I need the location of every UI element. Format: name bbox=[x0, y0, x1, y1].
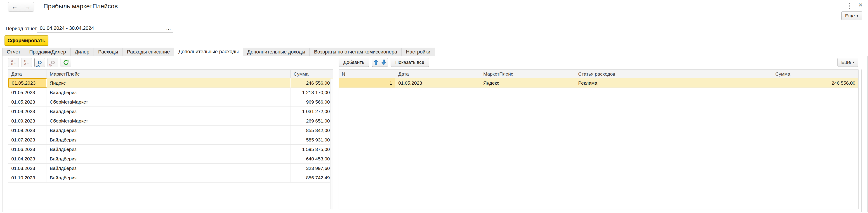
tab-expenses[interactable]: Расходы bbox=[94, 47, 123, 56]
cell-date[interactable]: 01.05.2023 bbox=[8, 97, 47, 106]
sort-ascending-button[interactable]: АЯ ↓ bbox=[8, 58, 19, 67]
more-label: Еще bbox=[841, 60, 851, 65]
move-up-button[interactable] bbox=[372, 58, 380, 67]
report-period-field[interactable]: ... bbox=[37, 24, 174, 33]
table-row[interactable]: 01.03.2023 Вайлдбериз 323 997,60 bbox=[8, 164, 333, 173]
col-header-date[interactable]: Дата bbox=[395, 70, 480, 78]
cell-date[interactable]: 01.07.2023 bbox=[8, 135, 47, 144]
tab-additional-expenses[interactable]: Дополнительные расходы bbox=[174, 47, 243, 56]
cell-marketplace[interactable]: СберМегаМаркет bbox=[47, 97, 291, 106]
cell-marketplace[interactable]: Яндекс bbox=[480, 78, 575, 87]
table-row[interactable]: 01.06.2023 Вайлдбериз 1 595 875,00 bbox=[8, 145, 333, 154]
move-down-button[interactable] bbox=[380, 58, 388, 67]
table-row[interactable]: 01.04.2023 Вайлдбериз 640 453,00 bbox=[8, 154, 333, 164]
table-row[interactable]: 01.05.2023 Яндекс 246 556,00 bbox=[8, 78, 333, 88]
period-input[interactable] bbox=[37, 25, 164, 31]
cell-sum[interactable]: 969 566,00 bbox=[291, 97, 333, 106]
col-header-date[interactable]: Дата bbox=[8, 70, 47, 78]
back-button[interactable]: ← bbox=[8, 2, 21, 11]
tab-additional-income[interactable]: Дополнительные доходы bbox=[243, 47, 310, 56]
add-button[interactable]: Добавить bbox=[339, 58, 369, 67]
col-header-marketplace[interactable]: МаркетПлейс bbox=[480, 70, 575, 78]
cell-marketplace[interactable]: Вайлдбериз bbox=[47, 164, 291, 173]
window-more-button[interactable]: Еще ▾ bbox=[841, 11, 862, 20]
col-header-sum[interactable]: Сумма bbox=[291, 70, 333, 78]
generate-button[interactable]: Сформировать bbox=[4, 35, 49, 46]
cell-date[interactable]: 01.05.2023 bbox=[8, 88, 47, 97]
vertical-scrollbar[interactable] bbox=[862, 70, 867, 212]
tab-commission-returns[interactable]: Возвраты по отчетам комиссионера bbox=[309, 47, 402, 56]
tab-sales-dealer[interactable]: Продажи/Дилер bbox=[25, 47, 70, 56]
cell-marketplace[interactable]: Вайлдбериз bbox=[47, 126, 291, 135]
table-row[interactable]: 01.08.2023 Вайлдбериз 855 842,00 bbox=[8, 126, 333, 135]
cell-sum[interactable]: 640 453,00 bbox=[291, 154, 333, 163]
col-header-marketplace[interactable]: МаркетПлейс bbox=[47, 70, 291, 78]
cell-date[interactable]: 01.09.2023 bbox=[8, 116, 47, 126]
history-nav: ← → bbox=[8, 2, 34, 12]
cancel-search-button[interactable]: × bbox=[48, 58, 58, 67]
cell-marketplace[interactable]: Вайлдбериз bbox=[47, 88, 291, 97]
panel-splitter[interactable] bbox=[336, 57, 336, 212]
close-icon[interactable]: × bbox=[857, 1, 864, 8]
tab-report[interactable]: Отчет bbox=[2, 47, 25, 56]
cell-sum[interactable]: 246 556,00 bbox=[772, 78, 858, 87]
table-row[interactable]: 01.07.2023 Вайлдбериз 585 931,00 bbox=[8, 135, 333, 145]
cell-date[interactable]: 01.08.2023 bbox=[8, 126, 47, 135]
period-picker-icon[interactable]: ... bbox=[164, 25, 173, 31]
col-header-sum[interactable]: Сумма bbox=[772, 70, 858, 78]
search-button[interactable]: ... bbox=[34, 58, 45, 67]
kebab-menu-icon[interactable] bbox=[847, 2, 852, 9]
tabstrip-filler bbox=[435, 47, 868, 56]
cell-marketplace[interactable]: Вайлдбериз bbox=[47, 173, 291, 182]
cell-expense-item[interactable]: Реклама bbox=[575, 78, 772, 87]
table-row[interactable]: 01.09.2023 Вайлдбериз 1 031 272,00 bbox=[8, 107, 333, 116]
page-title: Прибыль маркетПлейсов bbox=[43, 3, 118, 10]
table-row[interactable]: 01.10.2023 Вайлдбериз 856 742,49 bbox=[8, 173, 333, 182]
arrow-up-icon bbox=[374, 60, 378, 65]
cell-marketplace[interactable]: Вайлдбериз bbox=[47, 154, 291, 163]
table-row[interactable]: 01.05.2023 СберМегаМаркет 969 566,00 bbox=[8, 97, 333, 107]
tab-expenses-writeoff[interactable]: Расходы списание bbox=[123, 47, 175, 56]
table-row[interactable]: 01.05.2023 Вайлдбериз 1 218 170,00 bbox=[8, 88, 333, 97]
cell-marketplace[interactable]: Вайлдбериз bbox=[47, 135, 291, 144]
cell-date[interactable]: 01.06.2023 bbox=[8, 145, 47, 154]
cell-marketplace[interactable]: СберМегаМаркет bbox=[47, 116, 291, 126]
expense-items-toolbar: Добавить Показать все bbox=[339, 58, 429, 67]
cell-marketplace[interactable]: Яндекс bbox=[47, 78, 291, 87]
right-table-header: N Дата МаркетПлейс Статья расходов Сумма bbox=[339, 70, 858, 78]
marketplace-expenses-table: Дата МаркетПлейс Сумма 01.05.2023 Яндекс… bbox=[8, 70, 333, 209]
cell-marketplace[interactable]: Вайлдбериз bbox=[47, 107, 291, 116]
refresh-button[interactable] bbox=[61, 58, 71, 67]
left-table-header: Дата МаркетПлейс Сумма bbox=[8, 70, 333, 78]
sort-descending-button[interactable]: ЯА ↓ bbox=[21, 58, 32, 67]
cell-sum[interactable]: 855 842,00 bbox=[291, 126, 333, 135]
col-header-n[interactable]: N bbox=[339, 70, 395, 78]
cell-date[interactable]: 01.04.2023 bbox=[8, 154, 47, 163]
cell-sum[interactable]: 585 931,00 bbox=[291, 135, 333, 144]
table-more-button[interactable]: Еще ▾ bbox=[837, 58, 858, 67]
cell-date[interactable]: 01.10.2023 bbox=[8, 173, 47, 182]
cell-date[interactable]: 01.05.2023 bbox=[395, 78, 480, 87]
left-table-scrollbar[interactable] bbox=[330, 78, 333, 209]
cell-date[interactable]: 01.05.2023 bbox=[8, 78, 47, 87]
cell-date[interactable]: 01.03.2023 bbox=[8, 164, 47, 173]
cell-sum[interactable]: 269 651,00 bbox=[291, 116, 333, 126]
cell-n[interactable]: 1 bbox=[339, 78, 395, 87]
cell-sum[interactable]: 1 218 170,00 bbox=[291, 88, 333, 97]
period-label: Период отчета: bbox=[6, 26, 41, 32]
cell-sum[interactable]: 246 556,00 bbox=[291, 78, 333, 87]
table-row[interactable]: 1 01.05.2023 Яндекс Реклама 246 556,00 bbox=[339, 78, 858, 88]
tab-settings[interactable]: Настройки bbox=[401, 47, 435, 56]
cell-date[interactable]: 01.09.2023 bbox=[8, 107, 47, 116]
cell-sum[interactable]: 856 742,49 bbox=[291, 173, 333, 182]
chevron-down-icon: ▾ bbox=[853, 60, 855, 64]
show-all-button[interactable]: Показать все bbox=[391, 58, 429, 67]
cell-sum[interactable]: 323 997,60 bbox=[291, 164, 333, 173]
table-row[interactable]: 01.09.2023 СберМегаМаркет 269 651,00 bbox=[8, 116, 333, 126]
forward-button[interactable]: → bbox=[21, 2, 34, 11]
tab-dealer[interactable]: Дилер bbox=[70, 47, 94, 56]
cell-sum[interactable]: 1 031 272,00 bbox=[291, 107, 333, 116]
cell-marketplace[interactable]: Вайлдбериз bbox=[47, 145, 291, 154]
cell-sum[interactable]: 1 595 875,00 bbox=[291, 145, 333, 154]
col-header-expense-item[interactable]: Статья расходов bbox=[575, 70, 772, 78]
